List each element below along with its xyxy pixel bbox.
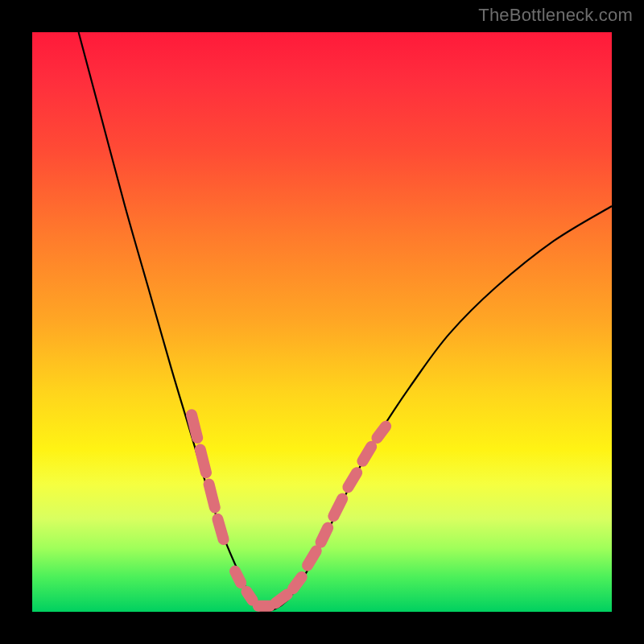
- bottleneck-curve: [79, 32, 612, 612]
- curve-svg: [32, 32, 612, 612]
- highlight-dash: [348, 473, 357, 487]
- highlight-dash: [293, 577, 302, 588]
- highlight-dash: [333, 499, 342, 517]
- plot-area: [32, 32, 612, 612]
- highlight-dash: [321, 528, 328, 543]
- watermark-text: TheBottleneck.com: [478, 5, 633, 26]
- highlight-dash: [217, 519, 223, 539]
- highlight-dash: [235, 572, 241, 583]
- highlight-dash: [308, 551, 316, 565]
- chart-frame: TheBottleneck.com: [0, 0, 644, 644]
- highlight-dash: [209, 485, 215, 508]
- highlight-dash: [200, 449, 206, 473]
- highlight-dash: [275, 594, 287, 603]
- highlight-dash: [246, 592, 252, 601]
- highlight-dash: [377, 427, 386, 438]
- highlight-dash: [362, 447, 371, 461]
- highlight-dashes: [192, 415, 386, 606]
- highlight-dash: [192, 415, 197, 438]
